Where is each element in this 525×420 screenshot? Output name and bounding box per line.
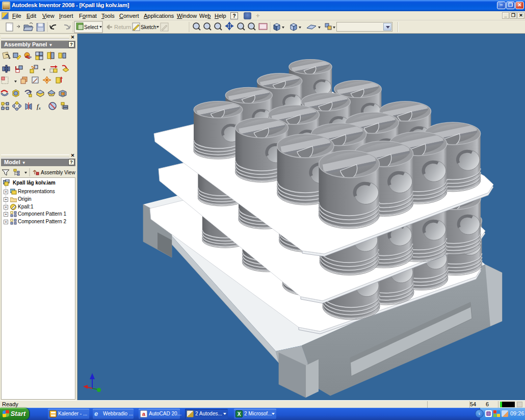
svg-text:Sketch: Sketch bbox=[141, 24, 156, 30]
svg-text:fx: fx bbox=[37, 102, 41, 111]
svg-text:Select: Select bbox=[84, 24, 98, 30]
svg-text:Assembly View: Assembly View bbox=[41, 170, 75, 175]
